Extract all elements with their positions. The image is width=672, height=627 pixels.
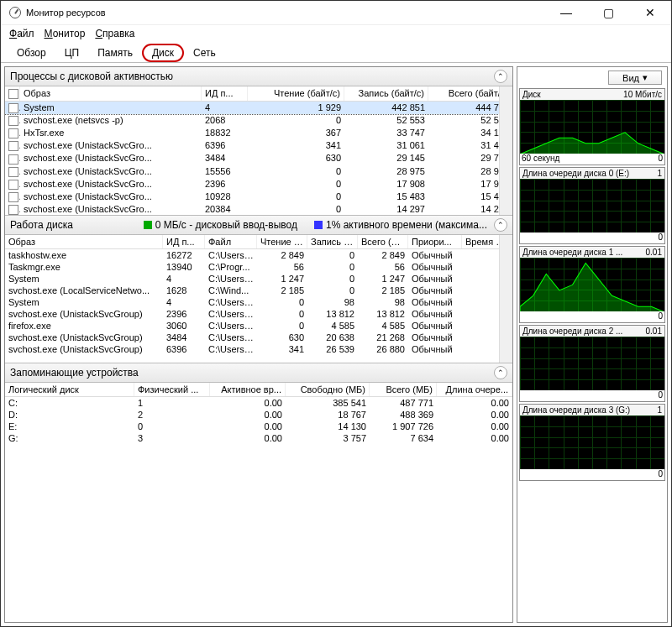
tab-network[interactable]: Сеть — [184, 44, 225, 62]
table-row[interactable]: G:3 0.003 757 7 6340.00 — [5, 432, 512, 444]
columns-header[interactable]: Логический диск Физический ... Активное … — [5, 383, 512, 397]
table-row[interactable]: D:2 0.0018 767 488 3690.00 — [5, 409, 512, 421]
tabs: Обзор ЦП Память Диск Сеть — [1, 42, 671, 63]
table-row[interactable]: System4 C:\Users\...1 247 01 247 Обычный… — [5, 273, 512, 285]
section-title: Запоминающие устройства — [10, 367, 139, 379]
table-row[interactable]: svchost.exe (UnistackSvcGro...2396 017 9… — [5, 178, 512, 191]
menu-monitor[interactable]: Монитор — [45, 28, 86, 39]
graph-2: Длина очереди диска 1 ...0.01 0 — [519, 246, 665, 323]
columns-header[interactable]: Образ ИД п... Чтение (байт/с) Запись (ба… — [5, 86, 512, 102]
checkbox[interactable] — [8, 128, 18, 138]
legend-color-icon — [314, 221, 323, 229]
table-row[interactable]: svchost.exe (UnistackSvcGro...15556 028 … — [5, 165, 512, 178]
graph-1: Длина очереди диска 0 (E:)1 0 — [519, 167, 665, 244]
tab-memory[interactable]: Память — [88, 44, 142, 62]
graph-0: Диск10 Мбит/с 60 секунд0 — [519, 88, 665, 165]
checkbox-all[interactable] — [8, 89, 18, 99]
chevron-up-icon[interactable]: ⌃ — [494, 218, 507, 232]
chevron-up-icon[interactable]: ⌃ — [494, 70, 507, 83]
table-row[interactable]: svchost.exe (netsvcs -p)2068 052 553 52 … — [5, 114, 512, 127]
table-row[interactable]: C:1 0.00385 541 487 7710.00 — [5, 397, 512, 409]
section-disk-processes-header[interactable]: Процессы с дисковой активностью ⌃ — [5, 67, 512, 86]
legend-color-icon — [144, 221, 152, 229]
legend-active: 1% активного времени (максима... — [326, 219, 487, 231]
table-row[interactable]: svchost.exe (UnistackSvcGro...6396 34131… — [5, 139, 512, 152]
table-row[interactable]: svchost.exe (UnistackSvcGro...10928 015 … — [5, 191, 512, 203]
checkbox[interactable] — [8, 205, 18, 215]
checkbox[interactable] — [8, 103, 18, 113]
checkbox[interactable] — [8, 116, 18, 126]
table-row[interactable]: firefox.exe3060 C:\Users\...0 4 5854 585… — [5, 320, 512, 332]
table-row[interactable]: Taskmgr.exe13940 C:\Progr...56 056 Обычн… — [5, 261, 512, 273]
menubar: Файл Монитор Справка — [1, 25, 671, 42]
app-icon — [9, 7, 21, 18]
checkbox[interactable] — [8, 167, 18, 177]
window-title: Монитор ресурсов — [26, 8, 106, 18]
checkbox[interactable] — [8, 192, 18, 202]
tab-cpu[interactable]: ЦП — [55, 44, 89, 62]
table-row[interactable]: System4 1 929442 851 444 780 — [5, 102, 512, 114]
section-title: Процессы с дисковой активностью — [10, 71, 173, 82]
checkbox[interactable] — [8, 141, 18, 151]
tab-overview[interactable]: Обзор — [8, 44, 55, 62]
table-row[interactable]: taskhostw.exe16272 C:\Users\...2 849 02 … — [5, 249, 512, 261]
menu-help[interactable]: Справка — [95, 28, 134, 39]
table-row[interactable]: svchost.exe (LocalServiceNetwo...1628 C:… — [5, 285, 512, 296]
scrollbar[interactable] — [499, 235, 512, 363]
legend-io: 0 МБ/с - дисковый ввод-вывод — [155, 219, 297, 231]
maximize-button[interactable]: ▢ — [596, 6, 621, 19]
table-row[interactable]: System4 C:\Users\...0 9898 Обычный0 — [5, 296, 512, 308]
graph-4: Длина очереди диска 3 (G:)1 0 — [519, 404, 665, 481]
table-row[interactable]: svchost.exe (UnistackSvcGroup)2396 C:\Us… — [5, 308, 512, 320]
chevron-up-icon[interactable]: ⌃ — [494, 366, 507, 379]
checkbox[interactable] — [8, 180, 18, 190]
view-button[interactable]: Вид ▾ — [608, 71, 662, 85]
caret-down-icon: ▾ — [643, 72, 648, 83]
section-storage-header[interactable]: Запоминающие устройства ⌃ — [5, 363, 512, 383]
close-button[interactable]: ✕ — [638, 6, 663, 19]
table-row[interactable]: svchost.exe (UnistackSvcGroup)3484 C:\Us… — [5, 332, 512, 343]
table-row[interactable]: svchost.exe (UnistackSvcGro...3484 63029… — [5, 152, 512, 165]
table-row[interactable]: HxTsr.exe18832 36733 747 34 115 — [5, 127, 512, 139]
scrollbar[interactable] — [499, 86, 512, 215]
section-disk-activity-header[interactable]: Работа диска 0 МБ/с - дисковый ввод-выво… — [5, 215, 512, 235]
columns-header[interactable]: Образ ИД п... Файл Чтение (... Запись (.… — [5, 235, 512, 249]
table-row[interactable]: svchost.exe (UnistackSvcGro...20384 014 … — [5, 203, 512, 215]
graph-3: Длина очереди диска 2 ...0.01 0 — [519, 325, 665, 402]
table-row[interactable]: E:0 0.0014 130 1 907 7260.00 — [5, 421, 512, 432]
titlebar[interactable]: Монитор ресурсов — ▢ ✕ — [1, 1, 671, 25]
minimize-button[interactable]: — — [554, 6, 579, 19]
tab-disk[interactable]: Диск — [142, 44, 184, 62]
checkbox[interactable] — [8, 154, 18, 165]
menu-file[interactable]: Файл — [9, 28, 34, 39]
table-row[interactable]: svchost.exe (UnistackSvcGroup)6396 C:\Us… — [5, 343, 512, 355]
section-title: Работа диска — [10, 219, 73, 231]
